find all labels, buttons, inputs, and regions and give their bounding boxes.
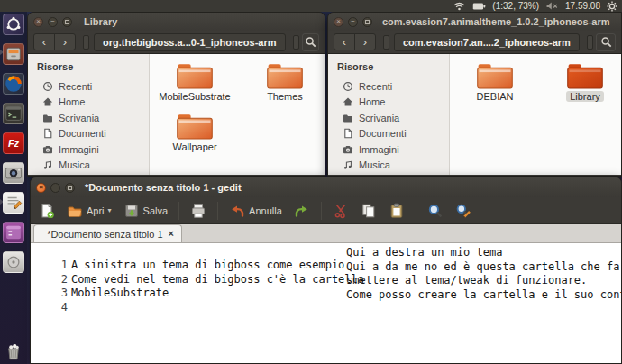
file-manager-icon [4, 44, 23, 64]
trash-icon [4, 341, 23, 362]
launcher-item-disk-drive[interactable] [3, 251, 24, 273]
sidebar-item-immagini[interactable]: Immagini [37, 141, 149, 158]
sidebar-item-home[interactable]: Home [37, 95, 149, 111]
pathbar-overflow-left[interactable] [83, 35, 89, 50]
forward-button[interactable]: › [354, 33, 376, 50]
places-sidebar: Risorse Recenti Home Scrivania Documenti… [328, 54, 450, 175]
new-document-button[interactable] [35, 200, 59, 222]
back-button[interactable]: ‹ [334, 33, 355, 50]
cut-button[interactable] [329, 200, 352, 222]
place-icon [343, 113, 353, 123]
titlebar[interactable]: × − *Documento senza titolo 1 - gedit [31, 177, 621, 197]
sidebar-item-scrivania[interactable]: Scrivania [337, 110, 449, 126]
launcher-item-software[interactable] [3, 222, 24, 243]
launcher-item-filezilla[interactable]: Fz [3, 132, 24, 154]
pathbar-overflow-right[interactable] [587, 35, 593, 50]
launcher-item-terminal[interactable] [3, 103, 24, 124]
maximize-icon [65, 20, 69, 24]
dropdown-caret-icon[interactable]: ▾ [108, 206, 112, 214]
sidebar-item-documenti[interactable]: Documenti [337, 126, 449, 142]
sidebar-item-recenti[interactable]: Recenti [337, 78, 449, 95]
launcher-item-file-manager[interactable] [3, 43, 24, 65]
folder-icon [476, 61, 514, 90]
maximize-icon [365, 20, 370, 24]
maximize-button[interactable] [62, 17, 72, 27]
toolbar-icon [67, 203, 83, 219]
folder-DEBIAN[interactable]: DEBIAN [450, 59, 540, 110]
text-line: 4Come posso creare la cartella e il suo … [34, 288, 621, 303]
launcher-item-ubuntu-dash[interactable] [3, 14, 24, 35]
places-header: Risorse [337, 61, 449, 72]
search-button[interactable] [596, 33, 616, 51]
wifi-icon[interactable] [453, 1, 466, 11]
window-title: com.evasion7.animaltheme_1.0.2_iphoneos-… [382, 16, 610, 27]
file-area[interactable]: DEBIAN Library [450, 54, 622, 175]
maximize-button[interactable] [65, 183, 75, 193]
firefox-icon [4, 74, 23, 94]
titlebar[interactable]: × − Library [28, 13, 325, 31]
sidebar-item-recenti[interactable]: Recenti [37, 78, 149, 95]
sidebar-item-home[interactable]: Home [337, 95, 449, 111]
pathbar-crumb[interactable]: com.evasion7.an....2_iphoneos-arm [394, 33, 580, 51]
window-title: Library [84, 16, 117, 27]
text-line: 1A sinistra un tema di bigboss come esem… [34, 246, 621, 260]
software-icon [4, 223, 23, 242]
folder-icon [176, 112, 214, 141]
ubuntu-logo-icon [4, 14, 23, 34]
find-button[interactable] [424, 200, 447, 222]
print-button[interactable] [187, 200, 210, 222]
titlebar[interactable]: × − com.evasion7.animaltheme_1.0.2_iphon… [328, 13, 621, 31]
toolbar-icon [333, 203, 349, 219]
save-button[interactable]: Salva [120, 200, 172, 222]
place-icon [343, 144, 353, 155]
search-button[interactable] [302, 33, 319, 51]
document-tab[interactable]: *Documento senza titolo 1 × [33, 224, 182, 242]
minimize-button[interactable]: − [50, 183, 60, 193]
maximize-button[interactable] [362, 17, 372, 27]
forward-button[interactable]: › [54, 33, 76, 50]
launcher-item-firefox[interactable] [3, 73, 24, 95]
pathbar-crumb[interactable]: org.thebigboss.a...0-1_iphoneos-arm [94, 33, 286, 51]
toolbar-separator [178, 202, 179, 220]
pathbar-overflow-left[interactable] [383, 35, 389, 50]
toolbar-icon [190, 203, 206, 219]
sidebar-item-immagini[interactable]: Immagini [337, 141, 449, 158]
folder-Themes[interactable]: Themes [240, 59, 325, 110]
gedit-icon [4, 193, 23, 213]
text-editor-area[interactable]: 1A sinistra un tema di bigboss come esem… [31, 243, 621, 363]
folder-icon [266, 61, 304, 90]
folder-MobileSubstrate[interactable]: MobileSubstrate [150, 59, 240, 110]
close-button[interactable]: × [36, 183, 46, 193]
copy-button[interactable] [357, 200, 380, 222]
sidebar-item-musica[interactable]: Musica [37, 158, 149, 174]
battery-icon[interactable] [472, 2, 486, 11]
toolbar-icon [294, 203, 310, 219]
sidebar-item-documenti[interactable]: Documenti [37, 126, 149, 142]
minimize-button[interactable]: − [348, 17, 358, 27]
folder-Wallpaper[interactable]: Wallpaper [150, 110, 240, 160]
close-button[interactable]: × [334, 17, 343, 27]
line-number: 4 [60, 301, 68, 314]
toolbar-separator [217, 202, 218, 220]
place-icon [343, 159, 353, 170]
sidebar-item-scrivania[interactable]: Scrivania [37, 110, 149, 126]
close-button[interactable]: × [33, 17, 43, 27]
launcher-item-gedit[interactable] [3, 192, 24, 214]
folder-Library[interactable]: Library [540, 59, 622, 110]
back-button[interactable]: ‹ [33, 33, 55, 50]
volume-muted-icon[interactable] [545, 1, 559, 11]
undo-button[interactable]: Annulla [225, 200, 286, 222]
redo-button[interactable] [290, 200, 314, 222]
session-gear-icon[interactable] [607, 1, 617, 12]
pathbar-overflow-right[interactable] [293, 35, 299, 50]
launcher-item-trash[interactable] [3, 341, 24, 362]
tab-close-icon[interactable]: × [169, 229, 174, 239]
paste-button[interactable] [385, 200, 408, 222]
launcher-item-camera[interactable] [3, 162, 24, 184]
replace-button[interactable] [452, 200, 475, 222]
open-button[interactable]: Apri ▾ [63, 200, 115, 222]
place-icon [42, 96, 53, 107]
file-area[interactable]: MobileSubstrate Themes Wallpaper [150, 54, 325, 175]
minimize-button[interactable]: − [48, 17, 58, 27]
sidebar-item-musica[interactable]: Musica [337, 158, 449, 174]
